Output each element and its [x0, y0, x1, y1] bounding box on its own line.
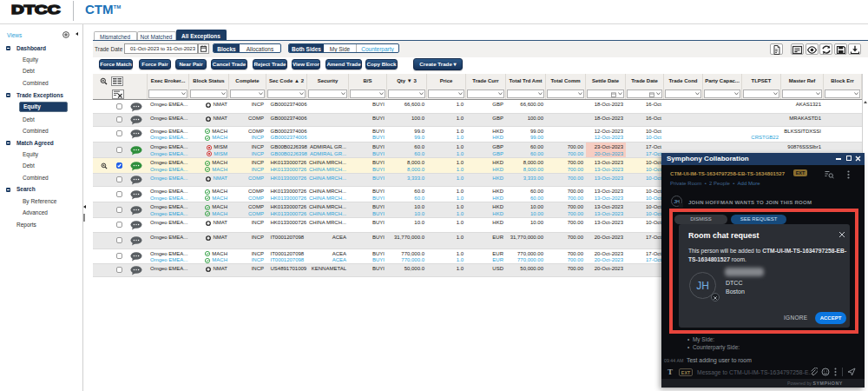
svg-text:DTCC: DTCC: [11, 3, 61, 16]
